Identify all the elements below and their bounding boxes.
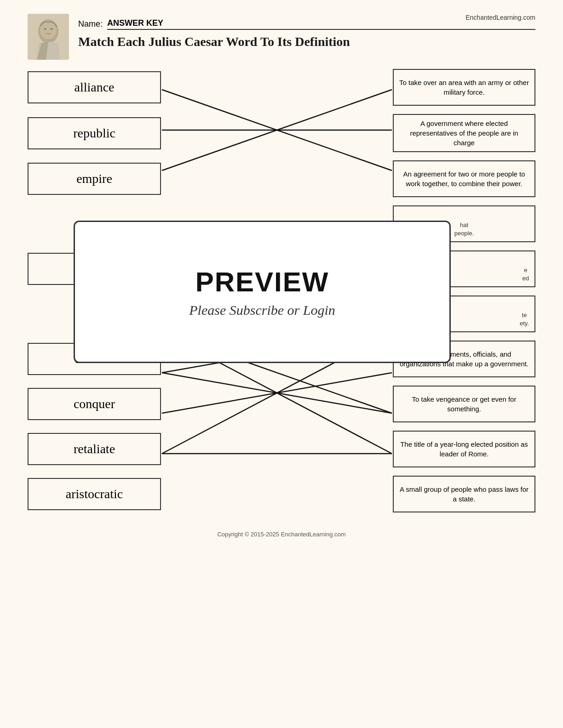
row-conquer: conquer To take vengeance or get even fo… — [28, 386, 535, 422]
def-text-3: An agreement for two or more people to w… — [399, 169, 529, 188]
row-aristocratic: aristocratic A small group of people who… — [28, 476, 535, 512]
def-box-8: To take vengeance or get even for someth… — [393, 386, 535, 422]
name-label: Name: — [78, 19, 103, 29]
svg-point-3 — [44, 28, 46, 30]
word-box-alliance: alliance — [28, 71, 161, 103]
def-box-10: A small group of people who pass laws fo… — [393, 476, 535, 512]
word-label-empire: empire — [76, 171, 112, 186]
row-retaliate: retaliate The title of a year-long elect… — [28, 431, 535, 467]
def-text-1: To take over an area with an army or oth… — [399, 78, 529, 97]
word-label-aristocratic: aristocratic — [66, 487, 123, 501]
def-text-6-partial: teety. — [520, 311, 529, 328]
word-label-conquer: conquer — [74, 397, 115, 411]
preview-overlay: PREVIEW Please Subscribe or Login — [74, 221, 451, 363]
main-title: Match Each Julius Caesar Word To Its Def… — [78, 34, 535, 50]
word-label-alliance: alliance — [74, 80, 114, 95]
word-box-republic: republic — [28, 117, 161, 149]
preview-subtitle[interactable]: Please Subscribe or Login — [189, 302, 335, 318]
preview-title: PREVIEW — [195, 266, 329, 298]
def-text-4-partial: hatpeople. — [454, 221, 474, 238]
row-alliance: alliance To take over an area with an ar… — [28, 69, 535, 106]
page: EnchantedLearning.com Name: ANSWER KEY M… — [0, 0, 563, 728]
def-box-9: The title of a year-long elected positio… — [393, 431, 535, 467]
def-box-2: A government where elected representativ… — [393, 114, 535, 152]
def-text-9: The title of a year-long elected positio… — [399, 439, 529, 459]
word-box-conquer: conquer — [28, 388, 161, 420]
header-right: EnchantedLearning.com Name: ANSWER KEY M… — [78, 14, 535, 50]
def-text-5-partial: eed — [523, 266, 529, 283]
word-box-aristocratic: aristocratic — [28, 478, 161, 510]
def-text-10: A small group of people who pass laws fo… — [399, 484, 529, 504]
def-box-1: To take over an area with an army or oth… — [393, 69, 535, 106]
word-box-empire: empire — [28, 163, 161, 195]
word-label-retaliate: retaliate — [74, 442, 115, 456]
def-text-2: A government where elected representativ… — [399, 119, 529, 148]
word-label-republic: republic — [73, 126, 115, 141]
svg-point-4 — [50, 28, 53, 30]
footer: Copyright © 2015-2025 EnchantedLearning.… — [28, 531, 535, 538]
def-text-8: To take vengeance or get even for someth… — [399, 394, 529, 414]
copyright-text: Copyright © 2015-2025 EnchantedLearning.… — [217, 531, 345, 538]
row-republic: republic A government where elected repr… — [28, 114, 535, 152]
matching-area: alliance To take over an area with an ar… — [28, 69, 535, 512]
site-name: EnchantedLearning.com — [465, 14, 535, 21]
word-box-retaliate: retaliate — [28, 433, 161, 465]
header: EnchantedLearning.com Name: ANSWER KEY M… — [28, 14, 535, 60]
def-box-3: An agreement for two or more people to w… — [393, 160, 535, 197]
caesar-image — [28, 14, 69, 60]
row-empire: empire An agreement for two or more peop… — [28, 160, 535, 197]
